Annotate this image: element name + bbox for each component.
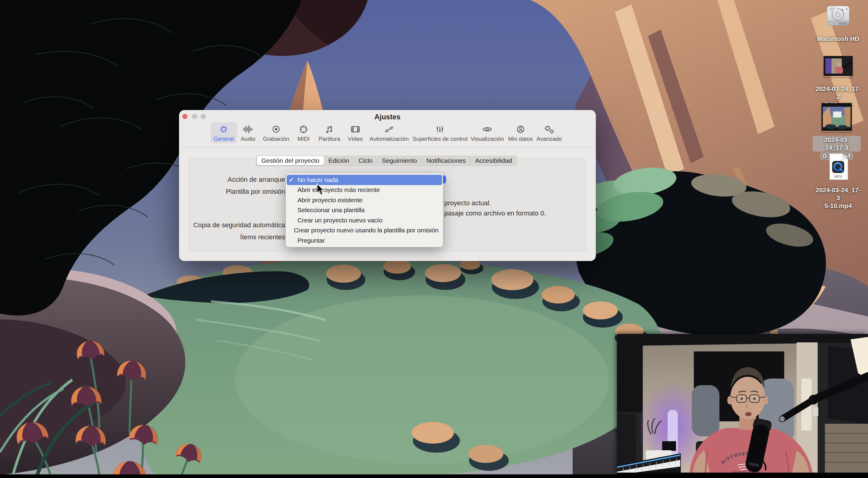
toolbar-item-grabacion[interactable]: Grabación <box>260 122 292 143</box>
checkbox-label-fragment: pasaje como archivo en formato 0. <box>444 209 546 218</box>
tab-seguimiento[interactable]: Seguimiento <box>377 156 422 165</box>
startup-action-dropdown-menu: ✓ No hacer nada Abrir el proyecto más re… <box>286 173 443 247</box>
hard-drive-icon <box>825 4 851 31</box>
desktop-icon-macintosh-hd[interactable]: Macintosh HD <box>814 4 862 43</box>
mp4-document-icon: MP4 <box>827 153 849 182</box>
tab-accesibilidad[interactable]: Accesibilidad <box>471 156 517 165</box>
toolbar-item-automatizacion[interactable]: Automatización <box>367 122 412 143</box>
video-thumbnail-icon <box>824 56 852 77</box>
svg-text:MP4: MP4 <box>835 174 842 179</box>
tab-gestion-del-proyecto[interactable]: Gestión del proyecto <box>257 156 324 165</box>
menu-item-preguntar[interactable]: Preguntar <box>287 235 442 246</box>
menu-item-abrir-proyecto-existente[interactable]: Abrir proyecto existente <box>287 195 442 205</box>
sliders-icon <box>433 123 447 135</box>
toolbar-item-partitura[interactable]: Partitura <box>315 122 343 143</box>
gears-icon <box>542 123 556 135</box>
window-title: Ajustes <box>179 113 596 121</box>
icon-label: Macintosh HD <box>817 35 859 43</box>
desktop-icon-video-3[interactable]: MP4 2024-03-24_17-3 5-10.mp4 <box>814 153 862 210</box>
field-label-accion-de-arranque: Acción de arranque <box>186 176 285 184</box>
desktop-icon-video-2[interactable]: 2024-03-24_17-3 0-26.mp4 <box>812 103 861 160</box>
tab-notificaciones[interactable]: Notificaciones <box>422 156 470 165</box>
toolbar-separator <box>179 147 596 147</box>
desktop-icon-video-1[interactable]: 2024-03-24_17-2 7-28.mp4 <box>814 56 862 108</box>
person-icon <box>514 123 527 135</box>
automation-icon <box>382 123 396 135</box>
mouse-cursor <box>316 183 325 196</box>
film-icon <box>349 123 362 135</box>
checkmark-icon: ✓ <box>289 176 298 183</box>
midi-connector-icon <box>297 123 310 135</box>
menu-item-crear-proyecto-plantilla-omision[interactable]: Crear proyecto nuevo usando la plantilla… <box>287 225 442 236</box>
eye-icon <box>481 123 494 135</box>
toolbar-item-video[interactable]: Vídeo <box>345 122 366 143</box>
webcam-overlay: DISCOVERING - NOMADS - <box>617 334 868 475</box>
letterbox-bar <box>0 474 868 478</box>
toolbar-item-avanzado[interactable]: Avanzado <box>533 122 565 143</box>
menu-item-abrir-proyecto-reciente[interactable]: Abrir el proyecto más reciente <box>287 185 442 195</box>
field-label-items-recientes: Ítems recientes <box>186 233 285 242</box>
video-thumbnail-icon <box>822 103 852 132</box>
toolbar-item-audio[interactable]: Audio <box>238 122 258 143</box>
music-notes-icon <box>323 123 336 135</box>
field-label-copia-de-seguridad: Copia de seguridad automática <box>186 221 285 229</box>
record-icon <box>270 123 283 135</box>
menu-item-crear-proyecto-vacio[interactable]: Crear un proyecto nuevo vacío <box>287 215 442 225</box>
icon-label: 2024-03-24_17-3 5-10.mp4 <box>814 186 862 210</box>
toolbar-item-superficies-de-control[interactable]: Superficies de control <box>410 122 471 143</box>
toolbar-item-general[interactable]: General <box>210 122 237 143</box>
tab-ciclo[interactable]: Ciclo <box>354 156 377 165</box>
desktop: Macintosh HD 2024-03-24_17-2 7-28.mp4 <box>0 0 868 478</box>
field-label-plantilla-por-omision: Plantilla por omisión <box>186 188 285 196</box>
toolbar-item-visualizacion[interactable]: Visualización <box>468 122 507 143</box>
toolbar-item-midi[interactable]: MIDI <box>294 122 313 143</box>
settings-tab-bar: Gestión del proyecto Edición Ciclo Segui… <box>256 156 517 166</box>
tab-edicion[interactable]: Edición <box>324 156 353 165</box>
window-titlebar[interactable]: Ajustes <box>179 110 596 123</box>
menu-item-no-hacer-nada[interactable]: ✓ No hacer nada <box>287 175 442 185</box>
gear-icon <box>217 123 230 135</box>
checkbox-label-fragment: proyecto actual. <box>444 199 491 208</box>
waveform-icon <box>241 123 255 135</box>
toolbar-item-mis-datos[interactable]: Mis datos <box>505 122 535 143</box>
menu-item-seleccionar-plantilla[interactable]: Seleccionar una plantilla <box>287 205 442 216</box>
settings-window: Ajustes General Audio Grabación <box>179 110 596 261</box>
webcam-video-frame: DISCOVERING - NOMADS - <box>617 334 868 475</box>
